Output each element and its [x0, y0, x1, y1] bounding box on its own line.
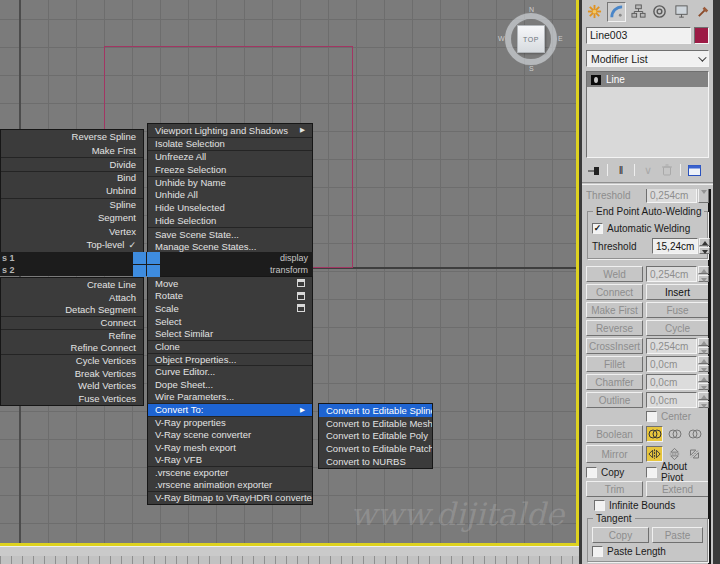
trim-button[interactable]: Trim	[586, 481, 643, 497]
menu-item-refine[interactable]: Refine	[1, 329, 143, 342]
menu-item-vray-mesh-export[interactable]: V-Ray mesh export	[148, 441, 312, 454]
menu-item-curve-editor[interactable]: Curve Editor...	[148, 365, 312, 378]
stack-item-line[interactable]: Line	[587, 72, 708, 87]
tab-modify[interactable]	[607, 2, 627, 22]
insert-button[interactable]: Insert	[646, 284, 709, 300]
tab-motion[interactable]	[650, 2, 670, 22]
checkbox-checked-icon[interactable]: ✓	[592, 223, 603, 234]
reverse-button[interactable]: Reverse	[586, 320, 643, 336]
outline-field[interactable]: 0,0cm	[646, 392, 697, 408]
clipped-threshold-spinner[interactable]	[698, 189, 709, 203]
menu-item-refine-connect[interactable]: Refine Connect	[1, 341, 143, 354]
show-end-result-icon[interactable]: ‖	[613, 163, 629, 177]
menu-item-cycle-vertices[interactable]: Cycle Vertices	[1, 354, 143, 367]
make-first-button[interactable]: Make First	[586, 302, 643, 318]
menu-item-convert-to[interactable]: Convert To: ▶	[148, 403, 312, 416]
mirror-button[interactable]: Mirror	[586, 445, 643, 463]
menu-item-connect[interactable]: Connect	[1, 316, 143, 329]
viewcube[interactable]: N S W E TOP	[498, 6, 564, 72]
menu-item-wire-parameters[interactable]: Wire Parameters...	[148, 390, 312, 403]
menu-item-fuse-vertices[interactable]: Fuse Vertices	[1, 392, 143, 405]
weld-button[interactable]: Weld	[586, 266, 643, 282]
menu-item-weld-vertices[interactable]: Weld Vertices	[1, 380, 143, 393]
modifier-stack[interactable]: Line	[586, 71, 709, 158]
settings-icon[interactable]	[297, 279, 305, 287]
menu-item-freeze-selection[interactable]: Freeze Selection	[148, 163, 312, 176]
menu-item-convert-editable-poly[interactable]: Convert to Editable Poly	[319, 430, 432, 443]
menu-item-isolate-selection[interactable]: Isolate Selection	[148, 137, 312, 150]
menu-item-bind[interactable]: Bind	[1, 171, 143, 185]
copy-checkbox[interactable]: Copy	[586, 465, 624, 479]
tab-utilities[interactable]	[693, 2, 713, 22]
tangent-copy-button[interactable]: Copy	[592, 527, 649, 543]
pin-stack-icon[interactable]	[586, 163, 602, 177]
infinite-bounds-checkbox[interactable]: Infinite Bounds	[594, 500, 709, 511]
fuse-button[interactable]: Fuse	[646, 302, 709, 318]
menu-item-unhide-by-name[interactable]: Unhide by Name	[148, 176, 312, 189]
tangent-paste-button[interactable]: Paste	[652, 527, 703, 543]
clipped-threshold-field[interactable]: 0,254cm	[646, 189, 697, 203]
menu-item-divide[interactable]: Divide	[1, 157, 143, 171]
menu-item-convert-editable-mesh[interactable]: Convert to Editable Mesh	[319, 417, 432, 430]
fillet-field[interactable]: 0,0cm	[646, 356, 697, 372]
cross-insert-spinner[interactable]	[698, 338, 709, 354]
menu-item-top-level[interactable]: Top-level ✓	[1, 238, 143, 252]
object-name-field[interactable]: Line003	[586, 27, 691, 44]
menu-item-save-scene-state[interactable]: Save Scene State...	[148, 227, 312, 240]
cycle-button[interactable]: Cycle	[646, 320, 709, 336]
chamfer-field[interactable]: 0,0cm	[646, 374, 697, 390]
menu-item-attach[interactable]: Attach	[1, 291, 143, 304]
configure-modifier-sets-icon[interactable]	[686, 163, 702, 177]
mirror-vertical-icon[interactable]	[667, 446, 683, 463]
menu-item-create-line[interactable]: Create Line	[1, 278, 143, 291]
menu-item-vray-scene-converter[interactable]: V-Ray scene converter	[148, 428, 312, 441]
tab-display[interactable]	[672, 2, 692, 22]
menu-item-vray-properties[interactable]: V-Ray properties	[148, 416, 312, 429]
automatic-welding-checkbox[interactable]: ✓ Automatic Welding	[592, 223, 703, 234]
menu-item-select[interactable]: Select	[148, 315, 312, 328]
outline-button[interactable]: Outline	[586, 392, 643, 408]
boolean-button[interactable]: Boolean	[586, 425, 643, 443]
weld-field[interactable]: 0,254cm	[646, 266, 697, 282]
fillet-button[interactable]: Fillet	[586, 356, 643, 372]
menu-item-vray-bitmap-converter[interactable]: V-Ray Bitmap to VRayHDRI converter	[148, 491, 312, 504]
menu-item-select-similar[interactable]: Select Similar	[148, 327, 312, 340]
menu-item-unbind[interactable]: Unbind	[1, 184, 143, 198]
menu-item-dope-sheet[interactable]: Dope Sheet...	[148, 378, 312, 391]
connect-button[interactable]: Connect	[586, 284, 643, 300]
mirror-horizontal-icon[interactable]	[646, 446, 663, 462]
menu-item-reverse-spline[interactable]: Reverse Spline	[1, 130, 143, 144]
about-pivot-checkbox[interactable]: About Pivot	[646, 465, 709, 479]
menu-item-break-vertices[interactable]: Break Vertices	[1, 367, 143, 380]
boolean-subtract-icon[interactable]	[666, 426, 683, 442]
settings-icon[interactable]	[297, 304, 305, 312]
menu-item-viewport-lighting-shadows[interactable]: Viewport Lighting and Shadows ▶	[148, 124, 312, 137]
fillet-spinner[interactable]	[698, 356, 709, 372]
cross-insert-button[interactable]: CrossInsert	[586, 338, 643, 354]
weld-spinner[interactable]	[698, 266, 709, 282]
menu-item-unhide-all[interactable]: Unhide All	[148, 188, 312, 201]
extend-button[interactable]: Extend	[646, 481, 709, 497]
center-checkbox[interactable]: Center	[646, 410, 691, 423]
menu-item-detach-segment[interactable]: Detach Segment	[1, 303, 143, 316]
boolean-union-icon[interactable]	[646, 426, 663, 442]
threshold-spinner[interactable]	[699, 238, 710, 254]
track-bar[interactable]	[0, 546, 579, 564]
menu-item-scale[interactable]: Scale	[148, 302, 312, 315]
menu-item-object-properties[interactable]: Object Properties...	[148, 353, 312, 366]
cross-insert-field[interactable]: 0,254cm	[646, 338, 697, 354]
threshold-field[interactable]: 15,24cm	[652, 238, 698, 254]
menu-item-make-first[interactable]: Make First	[1, 144, 143, 158]
menu-item-move[interactable]: Move	[148, 277, 312, 290]
paste-length-checkbox[interactable]: Paste Length	[592, 546, 703, 557]
menu-item-hide-unselected[interactable]: Hide Unselected	[148, 201, 312, 214]
menu-item-hide-selection[interactable]: Hide Selection	[148, 214, 312, 227]
outline-spinner[interactable]	[698, 392, 709, 408]
tab-create[interactable]	[585, 2, 605, 22]
make-unique-icon[interactable]: ∨	[640, 163, 656, 177]
menu-item-rotate[interactable]: Rotate	[148, 290, 312, 303]
settings-icon[interactable]	[297, 292, 305, 300]
remove-modifier-icon[interactable]	[659, 163, 675, 177]
menu-item-convert-editable-patch[interactable]: Convert to Editable Patch	[319, 442, 432, 455]
menu-item-clone[interactable]: Clone	[148, 340, 312, 353]
